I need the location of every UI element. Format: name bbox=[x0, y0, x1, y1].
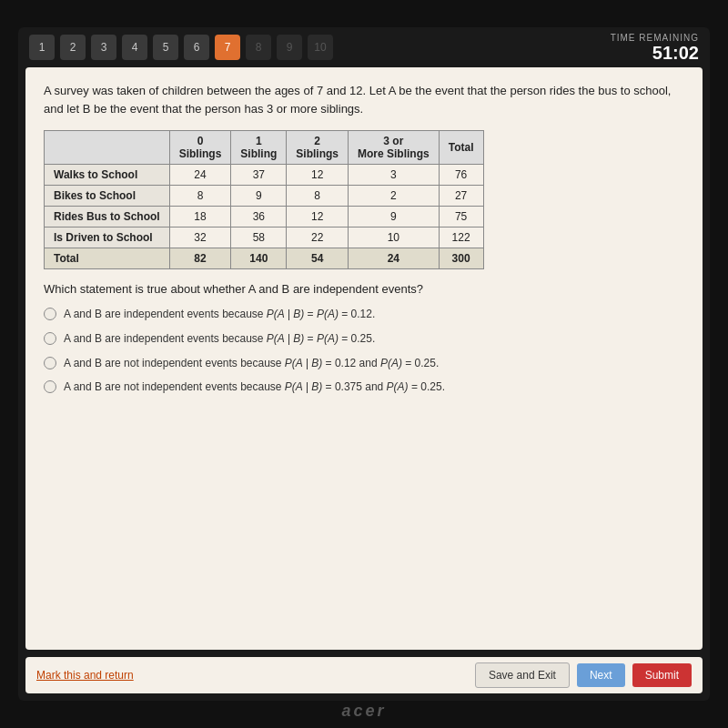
nav-btn-4[interactable]: 4 bbox=[122, 35, 147, 60]
data-table: 0Siblings1Sibling2Siblings3 orMore Sibli… bbox=[44, 130, 484, 269]
answer-text: A and B are not independent events becau… bbox=[64, 356, 439, 371]
table-cell: 32 bbox=[169, 228, 231, 248]
table-header bbox=[45, 131, 170, 165]
table-cell: 8 bbox=[287, 186, 349, 207]
table-header: 2Siblings bbox=[287, 131, 349, 165]
timer-value: 51:02 bbox=[611, 43, 699, 64]
table-cell: 9 bbox=[231, 186, 287, 207]
table-cell: 36 bbox=[231, 207, 287, 228]
table-row: Total821405424300 bbox=[45, 248, 484, 269]
table-cell: Total bbox=[45, 248, 170, 269]
table-header: 3 orMore Siblings bbox=[349, 131, 440, 165]
next-button[interactable]: Next bbox=[577, 663, 625, 687]
nav-btn-3[interactable]: 3 bbox=[91, 35, 116, 60]
table-cell: 75 bbox=[439, 207, 483, 228]
table-cell: Is Driven to School bbox=[45, 228, 170, 248]
table-cell: 2 bbox=[349, 186, 440, 207]
table-cell: 58 bbox=[231, 228, 287, 248]
answer-text: A and B are independent events because P… bbox=[64, 307, 375, 322]
table-cell: 24 bbox=[169, 165, 231, 186]
table-cell: 24 bbox=[349, 248, 440, 269]
nav-btn-9[interactable]: 9 bbox=[277, 35, 302, 60]
answer-option-a[interactable]: A and B are independent events because P… bbox=[44, 307, 684, 322]
table-cell: 37 bbox=[231, 165, 287, 186]
table-cell: 54 bbox=[287, 248, 349, 269]
answer-choices: A and B are independent events because P… bbox=[44, 307, 684, 395]
radio-circle[interactable] bbox=[44, 308, 56, 320]
nav-btn-5[interactable]: 5 bbox=[153, 35, 178, 60]
mark-return-link[interactable]: Mark this and return bbox=[36, 669, 134, 682]
table-cell: Walks to School bbox=[45, 165, 170, 186]
table-cell: 300 bbox=[439, 248, 483, 269]
save-exit-button[interactable]: Save and Exit bbox=[475, 662, 570, 688]
table-cell: 12 bbox=[287, 165, 349, 186]
content-area: A survey was taken of children between t… bbox=[25, 67, 703, 650]
answer-text: A and B are independent events because P… bbox=[64, 331, 375, 347]
nav-btn-8[interactable]: 8 bbox=[246, 35, 271, 60]
nav-bar: 12345678910 TIME REMAINING 51:02 bbox=[18, 27, 710, 67]
table-header: 0Siblings bbox=[169, 131, 231, 165]
table-header: 1Sibling bbox=[231, 131, 287, 165]
table-cell: 3 bbox=[349, 165, 440, 186]
table-cell: 18 bbox=[169, 207, 231, 228]
radio-circle[interactable] bbox=[44, 357, 56, 369]
nav-btn-7[interactable]: 7 bbox=[215, 35, 240, 60]
nav-btn-2[interactable]: 2 bbox=[60, 35, 86, 60]
timer-area: TIME REMAINING 51:02 bbox=[611, 33, 699, 64]
table-row: Is Driven to School32582210122 bbox=[45, 228, 484, 248]
table-row: Walks to School243712376 bbox=[45, 165, 484, 186]
answer-option-c[interactable]: A and B are not independent events becau… bbox=[44, 356, 684, 371]
question-text: A survey was taken of children between t… bbox=[44, 82, 684, 117]
table-cell: 12 bbox=[287, 207, 349, 228]
table-cell: 122 bbox=[439, 228, 483, 248]
table-cell: Bikes to School bbox=[45, 186, 170, 207]
question-prompt: Which statement is true about whether A … bbox=[44, 282, 684, 296]
action-buttons: Save and Exit Next Submit bbox=[475, 662, 692, 688]
table-cell: 76 bbox=[439, 165, 483, 186]
submit-button[interactable]: Submit bbox=[632, 663, 692, 687]
bottom-bar: Mark this and return Save and Exit Next … bbox=[25, 657, 703, 693]
table-cell: 82 bbox=[169, 248, 231, 269]
answer-option-b[interactable]: A and B are independent events because P… bbox=[44, 331, 684, 347]
table-header: Total bbox=[439, 131, 483, 165]
table-cell: 8 bbox=[169, 186, 231, 207]
table-cell: 27 bbox=[439, 186, 483, 207]
brand-logo: acer bbox=[341, 702, 386, 721]
radio-circle[interactable] bbox=[44, 332, 56, 345]
radio-circle[interactable] bbox=[44, 380, 56, 393]
table-row: Rides Bus to School183612975 bbox=[45, 207, 484, 228]
timer-label: TIME REMAINING bbox=[611, 33, 699, 43]
table-cell: 9 bbox=[349, 207, 440, 228]
table-cell: 22 bbox=[287, 228, 349, 248]
answer-option-d[interactable]: A and B are not independent events becau… bbox=[44, 379, 684, 395]
nav-btn-10[interactable]: 10 bbox=[308, 35, 333, 60]
table-cell: 10 bbox=[349, 228, 440, 248]
answer-text: A and B are not independent events becau… bbox=[64, 379, 445, 395]
nav-btn-6[interactable]: 6 bbox=[184, 35, 209, 60]
nav-btn-1[interactable]: 1 bbox=[29, 35, 55, 60]
table-cell: 140 bbox=[231, 248, 287, 269]
table-row: Bikes to School898227 bbox=[45, 186, 484, 207]
table-cell: Rides Bus to School bbox=[45, 207, 170, 228]
